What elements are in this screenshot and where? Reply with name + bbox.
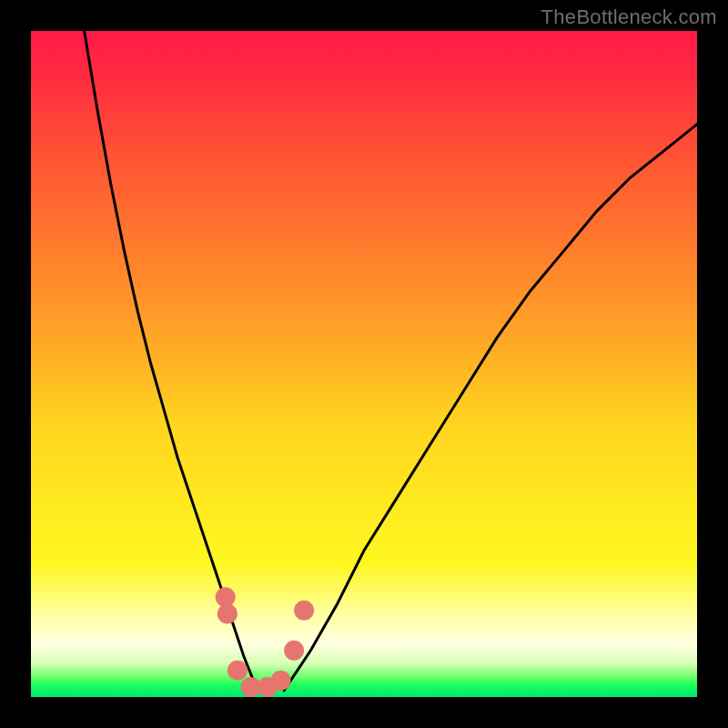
pink-dot	[271, 671, 291, 691]
pink-dot	[294, 601, 314, 621]
pink-dot	[284, 641, 304, 661]
watermark-text: TheBottleneck.com	[541, 5, 717, 29]
pink-dot	[228, 661, 248, 681]
pink-dot	[217, 604, 238, 624]
curve-layer	[31, 31, 697, 697]
outer-frame: TheBottleneck.com	[0, 0, 728, 728]
plot-area	[31, 31, 697, 697]
right-curve	[284, 125, 697, 691]
pink-dots-group	[216, 587, 314, 697]
